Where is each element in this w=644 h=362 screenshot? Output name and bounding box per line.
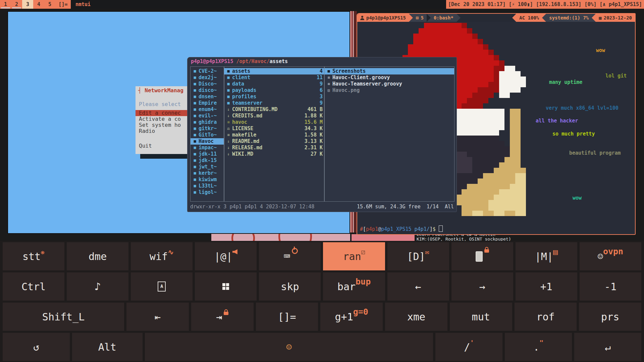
file-row-CONTRIBUTING.MD[interactable]: ⇓CONTRIBUTING.MD461 B (224, 106, 324, 113)
file-row-CREDITS.md[interactable]: ⇓CREDITS.md1.88 K (224, 113, 324, 119)
mc-panel-preview[interactable]: ■Screenshots≡Havoc-Client.groovy≡Havoc-T… (324, 66, 454, 202)
key-music[interactable]: ♪ (67, 272, 128, 301)
file-row-RELEASE.md[interactable]: ⇓RELEASE.md2.31 K (224, 145, 324, 151)
workspace-tag-4[interactable]: 4 (33, 0, 44, 9)
key-plus-1[interactable]: +1 (516, 272, 577, 301)
file-row-Havoc.png[interactable]: ▨Havoc.png (324, 87, 454, 94)
prompt-part: @ (378, 226, 381, 232)
key-rof[interactable]: rof (515, 303, 577, 331)
file-row-Havoc-Teamserver.groovy[interactable]: ≡Havoc-Teamserver.groovy (324, 81, 454, 87)
key-prs[interactable]: prs (579, 303, 641, 331)
key-stt[interactable]: stt❋ (3, 242, 64, 270)
workspace-tag-3[interactable]: 3 (22, 0, 33, 9)
virtual-keyboard: stt❋dmewif∿|@|⌨ran⚂[D]✉|M|▤☺ovpnCtrl♪Ask… (0, 241, 644, 362)
file-row-assets[interactable]: ■assets4 (224, 68, 324, 74)
pixel (467, 157, 472, 162)
key-mut[interactable]: mut (450, 303, 512, 331)
workspace-tag-1[interactable]: 1 (0, 0, 11, 9)
key-ovpn[interactable]: ☺ovpn (580, 242, 641, 270)
file-row-jwt_t~[interactable]: ■jwt_t~ (191, 164, 224, 170)
pixel (472, 44, 478, 50)
pixel (435, 28, 440, 34)
key-keyboard-power[interactable]: ⌨ (259, 242, 321, 270)
key-undo[interactable]: ↺ (3, 333, 70, 361)
file-row-kiwiwm[interactable]: ■kiwiwm (191, 176, 224, 183)
key-m-book[interactable]: |M|▤ (516, 242, 577, 270)
file-row-README.md[interactable]: ⇓README.md3.13 K (224, 138, 324, 145)
file-row-makefile[interactable]: ≡makefile1.58 K (224, 132, 324, 138)
file-row-profiles[interactable]: ■profiles3 (224, 94, 324, 100)
key-arrow-right[interactable]: → (451, 272, 513, 301)
file-row-Disco~[interactable]: ■Disco~ (191, 81, 224, 87)
key-tab-left[interactable]: ⇤ (126, 303, 189, 331)
file-row-GitTo~[interactable]: ■GitTo~ (191, 132, 224, 138)
key-d-mail[interactable]: [D]✉ (387, 242, 449, 270)
key-dme[interactable]: dme (67, 242, 128, 270)
pixel (504, 146, 510, 152)
key-arrow-left[interactable]: ← (387, 272, 449, 301)
file-row-impac~[interactable]: ■impac~ (191, 145, 224, 151)
file-row-teamserver[interactable]: ■teamserver9 (224, 100, 324, 106)
file-row-ghidra[interactable]: ■ghidra (191, 119, 224, 125)
file-row-LICENSE[interactable]: ⚖LICENSE34.3 K (224, 125, 324, 132)
key-label: ⇥ (216, 311, 222, 323)
menu-item-edit[interactable]: Edit a connec (136, 110, 196, 116)
folder-icon: ■ (191, 157, 199, 164)
pixel (510, 136, 515, 141)
file-row-client[interactable]: ■client11 (224, 74, 324, 81)
key-space[interactable]: ☺ (145, 333, 433, 361)
key-alt[interactable]: Alt (72, 333, 143, 361)
file-row-enum4~[interactable]: ■enum4~ (191, 106, 224, 113)
key-wif[interactable]: wif∿ (131, 242, 193, 270)
file-row-Havoc[interactable]: ■Havoc (191, 138, 224, 145)
key-bar-bup[interactable]: barbup (323, 272, 385, 301)
file-row-CVE-2~[interactable]: ■CVE-2~ (191, 68, 224, 74)
pixel (478, 184, 483, 189)
key-ctrl[interactable]: Ctrl (3, 272, 64, 301)
key-minus-1[interactable]: -1 (580, 272, 641, 301)
key-at-volume[interactable]: |@| (195, 242, 257, 270)
file-row-jdk-11[interactable]: ■jdk-11 (191, 151, 224, 157)
prompt-part: [ (363, 226, 366, 232)
key-shift-l[interactable]: Shift_L (3, 303, 124, 331)
pixel (472, 93, 478, 98)
key-slash[interactable]: /' (435, 333, 502, 361)
mc-panel-files[interactable]: ■assets4■client11■data9■payloads6■profil… (224, 66, 325, 202)
workspace-tag-[]=[interactable]: []= (55, 0, 71, 9)
file-row-ligol~[interactable]: ■ligol~ (191, 189, 224, 196)
file-row-kerbr~[interactable]: ■kerbr~ (191, 170, 224, 176)
mc-panel-directories[interactable]: ■CVE-2~■dex2j~■Disco~■disco~■dnsen~■Empi… (190, 66, 224, 202)
file-row-Empire[interactable]: ■Empire (191, 100, 224, 106)
mc-window[interactable]: p4p1@p4p1XPS15 /opt/Havoc/assets ■CVE-2~… (187, 57, 457, 212)
key-ran[interactable]: ran⚂ (323, 242, 385, 270)
pixel (515, 82, 521, 87)
file-row-jdk-15[interactable]: ■jdk-15 (191, 157, 224, 164)
file-row-dnsen~[interactable]: ■dnsen~ (191, 94, 224, 100)
file-row-disco~[interactable]: ■disco~ (191, 87, 224, 94)
pixel (499, 195, 504, 200)
workspace-tag-5[interactable]: 5 (44, 0, 55, 9)
key-skp[interactable]: skp (259, 272, 321, 301)
file-row-data[interactable]: ■data9 (224, 81, 324, 87)
workspace-tag-2[interactable]: 2 (11, 0, 22, 9)
file-row-Screenshots[interactable]: ■Screenshots (324, 68, 454, 74)
file-row-dex2j~[interactable]: ■dex2j~ (191, 74, 224, 81)
key-xme[interactable]: xme (385, 303, 447, 331)
key-tab-right-lock[interactable]: ⇥ (191, 303, 254, 331)
key-brackets-layout[interactable]: []= (256, 303, 318, 331)
file-row-havoc[interactable]: ≡havoc15.6 M (224, 119, 324, 125)
file-row-L33tL~[interactable]: ■L33tL~ (191, 183, 224, 189)
key-frame[interactable]: A (131, 272, 193, 301)
file-row-evil-~[interactable]: ■evil-~ (191, 113, 224, 119)
key-dot[interactable]: ." (505, 333, 572, 361)
key-windows[interactable] (195, 272, 257, 301)
file-row-gitkr~[interactable]: ■gitkr~ (191, 125, 224, 132)
key-enter[interactable]: ↵ (574, 333, 641, 361)
shell-prompt[interactable]: #[p4p1@p4p1_XPS15 p4p1/]$ (360, 225, 443, 232)
key-phone-lock[interactable] (451, 242, 513, 270)
file-row-Havoc-Client.groovy[interactable]: ≡Havoc-Client.groovy (324, 74, 454, 81)
file-row-payloads[interactable]: ■payloads6 (224, 87, 324, 94)
key-g-plus-1[interactable]: g+1g=0 (320, 303, 383, 331)
file-row-WIKI.MD[interactable]: ⇓WIKI.MD27 K (224, 151, 324, 157)
pixel (451, 39, 456, 44)
